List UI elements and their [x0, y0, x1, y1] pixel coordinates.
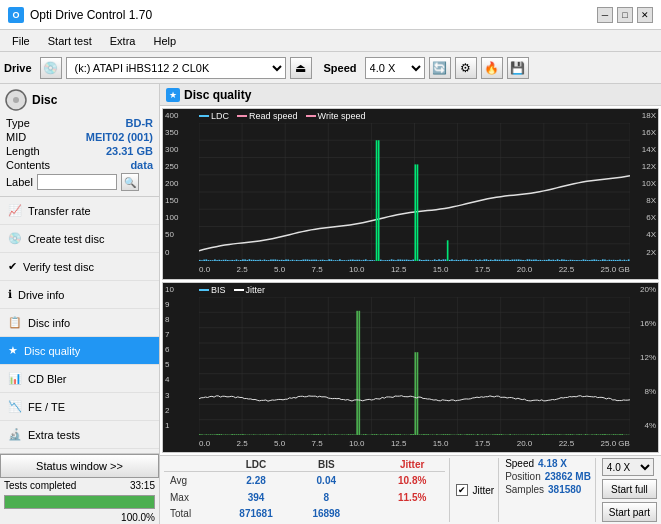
- sidebar: Disc Type BD-R MID MEIT02 (001) Length 2…: [0, 84, 160, 524]
- nav-extra-tests[interactable]: 🔬 Extra tests: [0, 421, 159, 449]
- chart-ldc: LDC Read speed Write speed 4003503002502…: [162, 108, 659, 280]
- transfer-rate-label: Transfer rate: [28, 205, 91, 217]
- toolbar: Drive 💿 (k:) ATAPI iHBS112 2 CL0K ⏏ Spee…: [0, 52, 661, 84]
- menu-bar: File Start test Extra Help: [0, 30, 661, 52]
- eject-button[interactable]: ⏏: [290, 57, 312, 79]
- chart2-y-axis-right: 20%16%12%8%4%: [630, 283, 658, 433]
- disc-contents-value: data: [130, 159, 153, 171]
- minimize-button[interactable]: ─: [597, 7, 613, 23]
- start-full-button[interactable]: Start full: [602, 479, 657, 499]
- chart2-canvas: [199, 297, 630, 435]
- refresh-button[interactable]: 🔄: [429, 57, 451, 79]
- samples-value: 381580: [548, 484, 581, 495]
- stats-max-row: Max 394 8 11.5%: [164, 489, 445, 506]
- chart2-y-axis: 10987654321: [163, 283, 199, 433]
- maximize-button[interactable]: □: [617, 7, 633, 23]
- drive-info-icon: ℹ: [8, 288, 12, 301]
- charts-container: LDC Read speed Write speed 4003503002502…: [160, 106, 661, 455]
- nav-verify-test-disc[interactable]: ✔ Verify test disc: [0, 253, 159, 281]
- speed-select[interactable]: 4.0 X: [365, 57, 425, 79]
- legend-bis: BIS: [199, 285, 226, 295]
- total-bis: 16898: [293, 505, 359, 522]
- col-jitter: Jitter: [379, 458, 446, 472]
- nav-drive-info[interactable]: ℹ Drive info: [0, 281, 159, 309]
- stats-panel: LDC BIS Jitter Avg 2.28 0.04 10.8%: [160, 455, 661, 524]
- stats-speed-select[interactable]: 4.0 X: [602, 458, 654, 476]
- disc-mid-row: MID MEIT02 (001): [4, 130, 155, 144]
- app-title: Opti Drive Control 1.70: [30, 8, 152, 22]
- menu-file[interactable]: File: [4, 33, 38, 49]
- disc-quality-icon: ★: [8, 344, 18, 357]
- chart2-x-axis: 0.02.55.07.510.012.515.017.520.022.525.0…: [199, 434, 630, 452]
- stats-table: LDC BIS Jitter Avg 2.28 0.04 10.8%: [164, 458, 445, 522]
- title-bar: O Opti Drive Control 1.70 ─ □ ✕: [0, 0, 661, 30]
- nav-fe-te[interactable]: 📉 FE / TE: [0, 393, 159, 421]
- total-label: Total: [164, 505, 219, 522]
- total-jitter: [379, 505, 446, 522]
- nav-disc-info[interactable]: 📋 Disc info: [0, 309, 159, 337]
- legend-jitter: Jitter: [234, 285, 266, 295]
- jitter-checkbox[interactable]: ✔: [456, 484, 468, 496]
- cd-bler-label: CD Bler: [28, 373, 67, 385]
- start-part-button[interactable]: Start part: [602, 502, 657, 522]
- disc-quality-title: Disc quality: [184, 88, 251, 102]
- chart1-x-axis: 0.02.55.07.510.012.515.017.520.022.525.0…: [199, 261, 630, 279]
- status-window-button[interactable]: Status window >>: [0, 454, 159, 478]
- avg-label: Avg: [164, 472, 219, 489]
- transfer-rate-icon: 📈: [8, 204, 22, 217]
- disc-info-header: Disc: [4, 88, 155, 112]
- fe-te-icon: 📉: [8, 400, 22, 413]
- progress-percent: 100.0%: [121, 512, 155, 523]
- nav-cd-bler[interactable]: 📊 CD Bler: [0, 365, 159, 393]
- col-bis: BIS: [293, 458, 359, 472]
- burn-button[interactable]: 🔥: [481, 57, 503, 79]
- drive-info-label: Drive info: [18, 289, 64, 301]
- progress-bar-container: [4, 495, 155, 509]
- disc-info-panel: Disc Type BD-R MID MEIT02 (001) Length 2…: [0, 84, 159, 197]
- avg-bis: 0.04: [293, 472, 359, 489]
- disc-length-row: Length 23.31 GB: [4, 144, 155, 158]
- col-ldc: LDC: [219, 458, 294, 472]
- disc-contents-label: Contents: [6, 159, 50, 171]
- extra-tests-icon: 🔬: [8, 428, 22, 441]
- menu-start-test[interactable]: Start test: [40, 33, 100, 49]
- nav-create-test-disc[interactable]: 💿 Create test disc: [0, 225, 159, 253]
- disc-quality-label: Disc quality: [24, 345, 80, 357]
- create-test-disc-label: Create test disc: [28, 233, 104, 245]
- samples-label: Samples: [505, 484, 544, 495]
- disc-info-label: Disc info: [28, 317, 70, 329]
- menu-extra[interactable]: Extra: [102, 33, 144, 49]
- menu-help[interactable]: Help: [145, 33, 184, 49]
- speed-display-value: 4.18 X: [538, 458, 567, 469]
- settings-button[interactable]: ⚙: [455, 57, 477, 79]
- drive-select[interactable]: (k:) ATAPI iHBS112 2 CL0K: [66, 57, 286, 79]
- speed-label: Speed: [324, 62, 357, 74]
- verify-test-disc-label: Verify test disc: [23, 261, 94, 273]
- nav-transfer-rate[interactable]: 📈 Transfer rate: [0, 197, 159, 225]
- fe-te-label: FE / TE: [28, 401, 65, 413]
- position-label: Position: [505, 471, 541, 482]
- disc-length-value: 23.31 GB: [106, 145, 153, 157]
- total-ldc: 871681: [219, 505, 294, 522]
- max-ldc: 394: [219, 489, 294, 506]
- chart-bis: BIS Jitter 10987654321 20%16%12%8%4% 0.0…: [162, 282, 659, 454]
- disc-label-button[interactable]: 🔍: [121, 173, 139, 191]
- disc-label-input[interactable]: [37, 174, 117, 190]
- disc-section-title: Disc: [32, 93, 57, 107]
- close-button[interactable]: ✕: [637, 7, 653, 23]
- window-controls[interactable]: ─ □ ✕: [597, 7, 653, 23]
- chart1-y-axis-right: 18X16X14X12X10X8X6X4X2X: [630, 109, 658, 259]
- save-button[interactable]: 💾: [507, 57, 529, 79]
- legend-read-speed: Read speed: [237, 111, 298, 121]
- title-bar-left: O Opti Drive Control 1.70: [8, 7, 152, 23]
- avg-jitter: 10.8%: [379, 472, 446, 489]
- disc-contents-row: Contents data: [4, 158, 155, 172]
- cd-bler-icon: 📊: [8, 372, 22, 385]
- nav-disc-quality[interactable]: ★ Disc quality: [0, 337, 159, 365]
- progress-bar-fill: [5, 496, 154, 508]
- drive-label: Drive: [4, 62, 32, 74]
- disc-label-label: Label: [6, 176, 33, 188]
- jitter-check-label: Jitter: [472, 485, 494, 496]
- legend-write-speed: Write speed: [306, 111, 366, 121]
- stats-avg-row: Avg 2.28 0.04 10.8%: [164, 472, 445, 489]
